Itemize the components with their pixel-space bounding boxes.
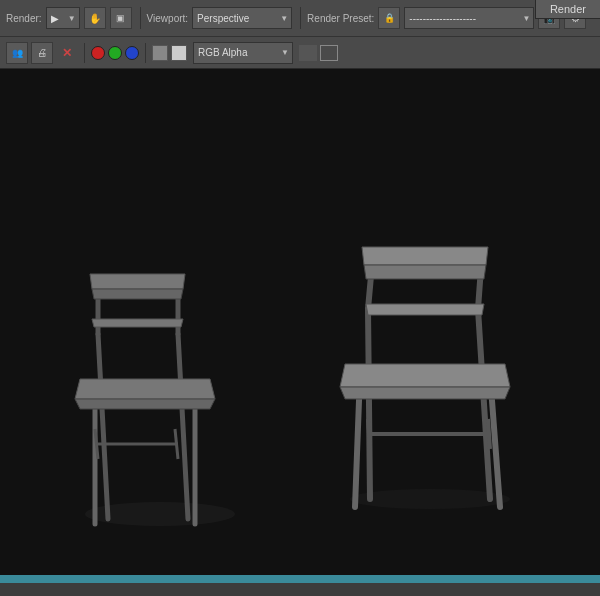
3d-viewport bbox=[0, 69, 600, 575]
people-icon-btn[interactable]: 👥 bbox=[6, 42, 28, 64]
svg-marker-8 bbox=[75, 399, 215, 409]
separator1 bbox=[84, 43, 85, 63]
render-top-button[interactable]: Render bbox=[535, 0, 600, 19]
render-label: Render: bbox=[6, 13, 42, 24]
svg-marker-21 bbox=[340, 364, 510, 387]
separator2 bbox=[145, 43, 146, 63]
svg-marker-12 bbox=[92, 289, 183, 299]
print-icon-btn[interactable]: 🖨 bbox=[31, 42, 53, 64]
green-dot[interactable] bbox=[108, 46, 122, 60]
preset-select[interactable]: -------------------- bbox=[404, 7, 534, 29]
viewport-dropdown-wrapper: Perspective Top Front Left Camera bbox=[192, 7, 292, 29]
svg-line-28 bbox=[368, 419, 370, 449]
hand-icon: ✋ bbox=[89, 13, 101, 24]
close-icon: ✕ bbox=[62, 46, 72, 60]
svg-rect-0 bbox=[0, 69, 600, 575]
render-select[interactable]: ▶ bbox=[46, 7, 80, 29]
svg-marker-25 bbox=[362, 247, 488, 265]
lock-icon: 🔒 bbox=[384, 13, 395, 23]
viewport-label: Viewport: bbox=[147, 13, 189, 24]
svg-marker-22 bbox=[340, 387, 510, 399]
gray-square[interactable] bbox=[152, 45, 168, 61]
lock-btn[interactable]: 🔒 bbox=[378, 7, 400, 29]
preset-dropdown-wrapper: -------------------- bbox=[404, 7, 534, 29]
svg-marker-26 bbox=[364, 265, 486, 279]
close-icon-btn[interactable]: ✕ bbox=[56, 42, 78, 64]
people-icon: 👥 bbox=[12, 48, 23, 58]
rgb-alpha-select[interactable]: RGB Alpha RGB Alpha Luminance bbox=[193, 42, 293, 64]
print-icon: 🖨 bbox=[37, 47, 47, 58]
white-square[interactable] bbox=[171, 45, 187, 61]
svg-point-2 bbox=[350, 489, 510, 509]
view-square-icon[interactable] bbox=[299, 45, 317, 61]
camera-small-btn[interactable]: ▣ bbox=[110, 7, 132, 29]
hand-icon-btn[interactable]: ✋ bbox=[84, 7, 106, 29]
svg-marker-7 bbox=[75, 379, 215, 399]
render-top-label: Render bbox=[550, 3, 586, 15]
viewport-select[interactable]: Perspective Top Front Left Camera bbox=[192, 7, 292, 29]
view-outline-icon[interactable] bbox=[320, 45, 338, 61]
svg-marker-11 bbox=[90, 274, 185, 289]
rgb-alpha-wrapper: RGB Alpha RGB Alpha Luminance bbox=[193, 42, 293, 64]
svg-marker-27 bbox=[366, 304, 484, 315]
camera-small-icon: ▣ bbox=[116, 13, 125, 23]
render-dropdown-wrapper: ▶ bbox=[46, 7, 80, 29]
blue-dot[interactable] bbox=[125, 46, 139, 60]
status-bar bbox=[0, 575, 600, 583]
svg-marker-13 bbox=[92, 319, 183, 327]
red-dot[interactable] bbox=[91, 46, 105, 60]
render-preset-label: Render Preset: bbox=[307, 13, 374, 24]
svg-line-17 bbox=[368, 309, 370, 499]
